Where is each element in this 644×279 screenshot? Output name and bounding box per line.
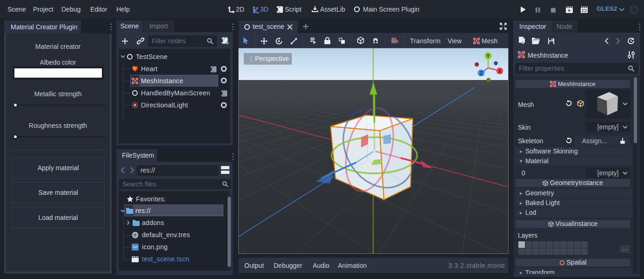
svg-text:Y: Y [486, 53, 490, 59]
svg-text:X: X [498, 68, 502, 74]
svg-text:Z: Z [480, 70, 483, 76]
